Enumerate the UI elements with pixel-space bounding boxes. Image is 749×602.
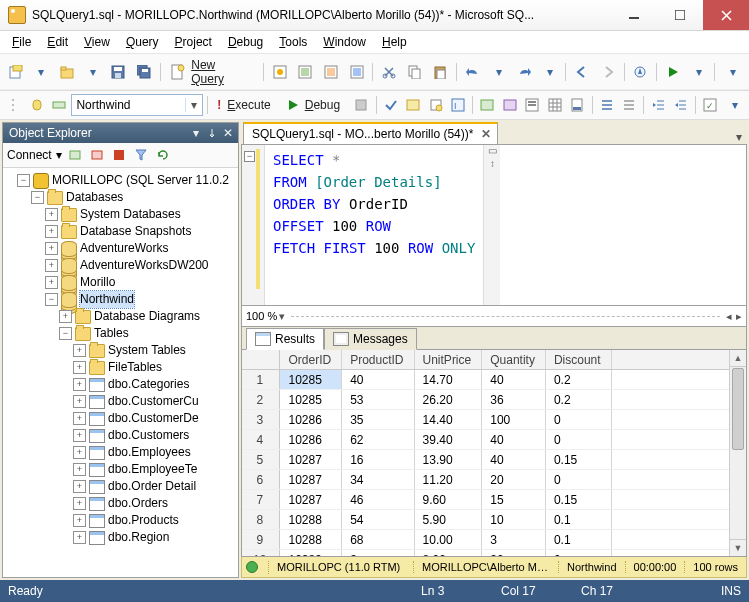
menu-debug[interactable]: Debug [220,33,271,51]
new-project-dd-icon[interactable]: ▾ [30,60,54,84]
cell-orderid[interactable]: 10287 [280,450,342,470]
results-grid[interactable]: OrderID ProductID UnitPrice Quantity Dis… [241,350,747,557]
tree-filetables[interactable]: +FileTables [3,359,238,376]
row-num[interactable]: 2 [242,390,280,410]
menu-view[interactable]: View [76,33,118,51]
cell-quantity[interactable]: 40 [482,450,546,470]
tab-sqlquery1[interactable]: SQLQuery1.sql - MO...berto Morillo (54))… [243,122,498,144]
fold-icon[interactable]: − [244,151,255,162]
maximize-button[interactable] [657,0,703,30]
nav-fwd-icon[interactable] [596,60,620,84]
tab-messages[interactable]: Messages [324,328,417,350]
menu-project[interactable]: Project [167,33,220,51]
cell-unitprice[interactable]: 14.40 [414,410,482,430]
cell-discount[interactable]: 0 [545,550,611,558]
database-combo[interactable]: Northwind ▾ [71,94,203,116]
cell-unitprice[interactable]: 13.90 [414,450,482,470]
menu-query[interactable]: Query [118,33,167,51]
cell-discount[interactable]: 0.15 [545,450,611,470]
connect-label[interactable]: Connect [7,148,52,162]
include-stats-icon[interactable] [500,93,520,117]
specify-values-icon[interactable]: ✓ [700,93,720,117]
cell-unitprice[interactable]: 39.40 [414,430,482,450]
nav-back-icon[interactable] [570,60,594,84]
cell-unitprice[interactable]: 8.00 [414,550,482,558]
window-position-icon[interactable]: ▾ [188,125,204,141]
col-quantity[interactable]: Quantity [482,350,546,370]
cell-orderid[interactable]: 10285 [280,370,342,390]
tree-t2[interactable]: +dbo.CustomerCu [3,393,238,410]
parse-icon[interactable] [380,93,400,117]
tree-dd[interactable]: +Database Diagrams [3,308,238,325]
tree-t8[interactable]: +dbo.Orders [3,495,238,512]
start-icon[interactable] [661,60,685,84]
tree-t4[interactable]: +dbo.Customers [3,427,238,444]
tree-server[interactable]: −MORILLOPC (SQL Server 11.0.2 [3,172,238,189]
use-db-icon[interactable] [26,93,46,117]
tree-t10[interactable]: +dbo.Region [3,529,238,546]
row-num[interactable]: 10 [242,550,280,558]
connect-icon[interactable] [66,146,84,164]
dmx-query-icon[interactable] [319,60,343,84]
object-explorer-tree[interactable]: −MORILLOPC (SQL Server 11.0.2 −Databases… [3,168,238,577]
cell-unitprice[interactable]: 11.20 [414,470,482,490]
cell-productid[interactable]: 3 [342,550,414,558]
tree-t9[interactable]: +dbo.Products [3,512,238,529]
menu-help[interactable]: Help [374,33,415,51]
results-grid-icon[interactable] [545,93,565,117]
disconnect-icon[interactable] [88,146,106,164]
tree-snap[interactable]: +Database Snapshots [3,223,238,240]
menu-window[interactable]: Window [315,33,374,51]
intellisense-icon[interactable]: I [448,93,468,117]
results-file-icon[interactable] [567,93,587,117]
menu-tools[interactable]: Tools [271,33,315,51]
cell-discount[interactable]: 0 [545,470,611,490]
toolbar-options2-icon[interactable]: ▾ [725,93,745,117]
tree-t5[interactable]: +dbo.Employees [3,444,238,461]
table-row[interactable]: 2102855326.20360.2 [242,390,746,410]
row-num[interactable]: 5 [242,450,280,470]
tree-tables[interactable]: −Tables [3,325,238,342]
row-num[interactable]: 8 [242,510,280,530]
cell-orderid[interactable]: 10288 [280,530,342,550]
cell-discount[interactable]: 0 [545,410,611,430]
comment-icon[interactable] [596,93,616,117]
xmla-query-icon[interactable] [345,60,369,84]
save-all-icon[interactable] [132,60,156,84]
uncomment-icon[interactable] [619,93,639,117]
redo-icon[interactable] [512,60,536,84]
cell-productid[interactable]: 16 [342,450,414,470]
cell-discount[interactable]: 0.1 [545,510,611,530]
cell-quantity[interactable]: 36 [482,390,546,410]
results-text-icon[interactable] [522,93,542,117]
outdent-icon[interactable] [671,93,691,117]
scroll-up-icon[interactable]: ▲ [730,350,746,367]
redo-dd-icon[interactable]: ▾ [538,60,562,84]
open-dd-icon[interactable]: ▾ [81,60,105,84]
table-row[interactable]: 3102863514.401000 [242,410,746,430]
cell-orderid[interactable]: 10286 [280,410,342,430]
tree-t7[interactable]: +dbo.Order Detail [3,478,238,495]
scroll-thumb[interactable] [732,368,744,450]
cell-discount[interactable]: 0 [545,430,611,450]
cell-productid[interactable]: 34 [342,470,414,490]
cell-discount[interactable]: 0.2 [545,390,611,410]
filter-icon[interactable] [132,146,150,164]
table-row[interactable]: 710287469.60150.15 [242,490,746,510]
col-rownum[interactable] [242,350,280,370]
change-conn-icon[interactable] [49,93,69,117]
cell-orderid[interactable]: 10288 [280,510,342,530]
cell-productid[interactable]: 54 [342,510,414,530]
col-orderid[interactable]: OrderID [280,350,342,370]
open-icon[interactable] [55,60,79,84]
cell-quantity[interactable]: 30 [482,550,546,558]
menu-edit[interactable]: Edit [39,33,76,51]
include-plan-icon[interactable] [477,93,497,117]
col-unitprice[interactable]: UnitPrice [414,350,482,370]
mdx-query-icon[interactable] [294,60,318,84]
cell-unitprice[interactable]: 14.70 [414,370,482,390]
refresh-icon[interactable] [154,146,172,164]
hscroll-left-icon[interactable]: ◂ [726,310,736,323]
table-row[interactable]: 9102886810.0030.1 [242,530,746,550]
cell-unitprice[interactable]: 9.60 [414,490,482,510]
